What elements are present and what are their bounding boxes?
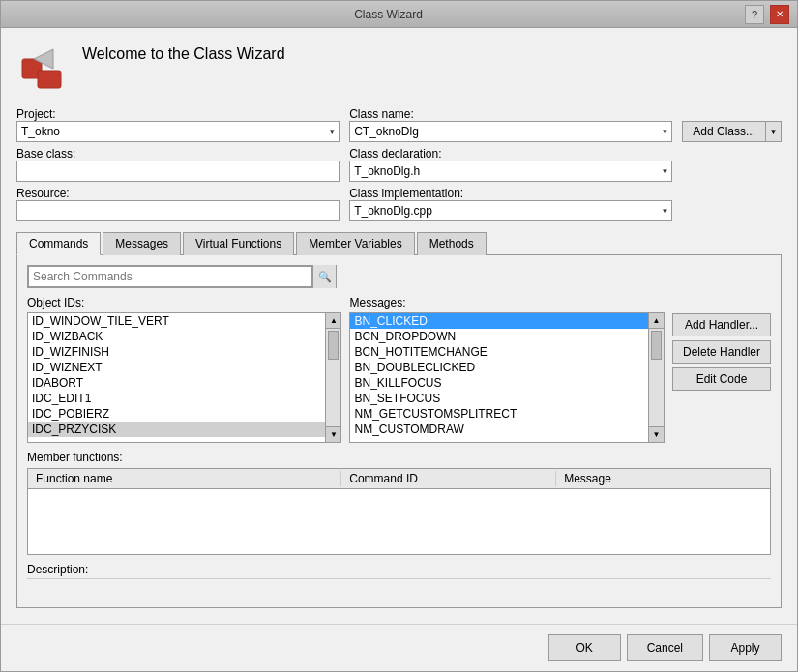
search-icon[interactable]: 🔍 [312,265,336,288]
search-bar: 🔍 [27,265,337,288]
class-implementation-wrapper: T_oknoDlg.cpp [349,200,672,221]
resource-input[interactable]: IDD_T_OKNO_DIALOG [16,200,340,221]
resource-label: Resource: [16,187,340,200]
description-section: Description: [27,563,771,598]
list-item[interactable]: BCN_HOTITEMCHANGE [350,344,647,360]
class-implementation-select[interactable]: T_oknoDlg.cpp [349,200,672,221]
list-item[interactable]: ID_WIZNEXT [28,360,325,375]
object-ids-list[interactable]: ID_WINDOW_TILE_VERT ID_WIZBACK ID_WIZFIN… [27,312,326,443]
main-content: Welcome to the Class Wizard Project: T_o… [1,28,797,624]
add-handler-button[interactable]: Add Handler... [672,313,771,336]
list-item[interactable]: NM_CUSTOMDRAW [350,422,647,437]
messages-list-wrapper: BN_CLICKED BCN_DROPDOWN BCN_HOTITEMCHANG… [349,312,664,443]
right-buttons: Add Handler... Delete Handler Edit Code [672,296,771,443]
list-item[interactable]: IDABORT [28,375,325,391]
list-item[interactable]: IDC_PRZYCISK [28,422,325,437]
col-message: Message [556,471,770,486]
col-command-id: Command ID [341,471,556,486]
apply-button[interactable]: Apply [709,634,782,661]
class-declaration-group: Class declaration: T_oknoDlg.h [349,147,672,182]
title-bar-controls: ? ✕ [745,5,789,24]
list-item[interactable]: ID_WIZFINISH [28,344,325,360]
list-item[interactable]: ID_WIZBACK [28,329,325,344]
cancel-button[interactable]: Cancel [627,634,703,661]
messages-scrollbar[interactable]: ▲ ▼ [649,312,665,443]
object-ids-label: Object IDs: [27,296,341,309]
scroll-down-arrow[interactable]: ▼ [326,426,340,442]
messages-label: Messages: [349,296,664,309]
list-item[interactable]: BN_CLICKED [350,313,647,329]
project-select-wrapper: T_okno [16,121,340,142]
edit-code-button[interactable]: Edit Code [672,367,771,391]
form-section: Project: T_okno Class name: CT_oknoDlg A… [16,107,782,221]
tab-commands[interactable]: Commands [16,232,101,255]
wizard-logo-svg [18,45,65,92]
class-implementation-label: Class implementation: [349,187,672,200]
project-label: Project: [16,107,340,121]
window-title: Class Wizard [32,8,745,21]
add-class-group: Add Class... ▼ [682,121,782,142]
tab-messages[interactable]: Messages [103,232,181,255]
class-name-select[interactable]: CT_oknoDlg [349,121,672,142]
tab-content: 🔍 Object IDs: ID_WINDOW_TILE_VERT ID_WIZ… [16,255,782,608]
svg-rect-3 [38,71,61,88]
member-functions-label: Member functions: [27,451,771,464]
member-table-body [28,489,770,553]
member-functions-section: Member functions: Function name Command … [27,451,771,555]
list-item[interactable]: IDC_POBIERZ [28,406,325,422]
resource-group: Resource: IDD_T_OKNO_DIALOG [16,187,340,221]
tab-member-variables[interactable]: Member Variables [296,232,414,255]
add-class-dropdown-button[interactable]: ▼ [766,121,782,142]
messages-list[interactable]: BN_CLICKED BCN_DROPDOWN BCN_HOTITEMCHANG… [349,312,648,443]
scroll-up-arrow[interactable]: ▲ [326,313,340,329]
list-item[interactable]: BN_DOUBLECLICKED [350,360,647,375]
class-name-group: Class name: CT_oknoDlg [349,107,672,142]
main-window: Class Wizard ? ✕ Welcome to the Class Wi… [0,0,798,672]
class-name-label: Class name: [349,107,672,121]
class-name-select-wrapper: CT_oknoDlg [349,121,672,142]
list-item[interactable]: IDC_EDIT1 [28,391,325,406]
object-ids-list-wrapper: ID_WINDOW_TILE_VERT ID_WIZBACK ID_WIZFIN… [27,312,341,443]
project-group: Project: T_okno [16,107,340,142]
member-table: Function name Command ID Message [27,468,771,555]
messages-section: Messages: BN_CLICKED BCN_DROPDOWN BCN_HO… [349,296,664,443]
tab-virtual-functions[interactable]: Virtual Functions [183,232,294,255]
wizard-title: Welcome to the Class Wizard [82,44,285,65]
tab-bar: Commands Messages Virtual Functions Memb… [16,231,782,255]
header-section: Welcome to the Class Wizard [16,44,782,94]
scroll-thumb[interactable] [328,331,339,360]
list-item[interactable]: ID_WINDOW_TILE_VERT [28,313,325,329]
delete-handler-button[interactable]: Delete Handler [672,340,771,364]
help-button[interactable]: ? [745,5,764,24]
class-declaration-select-wrapper: T_oknoDlg.h [349,161,672,182]
base-class-input[interactable]: CDialogEx [16,161,340,182]
list-item[interactable]: NM_GETCUSTOMSPLITRECT [350,406,647,422]
tabs-section: Commands Messages Virtual Functions Memb… [16,231,782,608]
search-input[interactable] [28,266,312,287]
class-declaration-wrapper: T_oknoDlg.h [349,161,672,182]
title-bar: Class Wizard ? ✕ [1,1,797,28]
ok-button[interactable]: OK [548,634,621,661]
object-ids-section: Object IDs: ID_WINDOW_TILE_VERT ID_WIZBA… [27,296,341,443]
bottom-bar: OK Cancel Apply [1,624,797,671]
add-class-button[interactable]: Add Class... [682,121,766,142]
class-declaration-label: Class declaration: [349,147,672,161]
scroll-down-arrow[interactable]: ▼ [649,426,664,442]
close-button[interactable]: ✕ [770,5,789,24]
project-select[interactable]: T_okno [16,121,340,142]
list-item[interactable]: BN_KILLFOCUS [350,375,647,391]
list-item[interactable]: BCN_DROPDOWN [350,329,647,344]
list-item[interactable]: BN_SETFOCUS [350,391,647,406]
scroll-thumb[interactable] [651,331,662,360]
tab-methods[interactable]: Methods [417,232,487,255]
base-class-label: Base class: [16,147,340,161]
wizard-icon [16,44,67,94]
object-ids-scrollbar[interactable]: ▲ ▼ [326,312,341,443]
base-class-group: Base class: CDialogEx [16,147,340,182]
class-impl-select-wrapper: T_oknoDlg.cpp [349,200,672,221]
class-declaration-select[interactable]: T_oknoDlg.h [349,161,672,182]
lists-buttons-row: Object IDs: ID_WINDOW_TILE_VERT ID_WIZBA… [27,296,771,443]
col-function-name: Function name [28,471,341,486]
scroll-up-arrow[interactable]: ▲ [649,313,664,329]
description-box [27,578,771,598]
